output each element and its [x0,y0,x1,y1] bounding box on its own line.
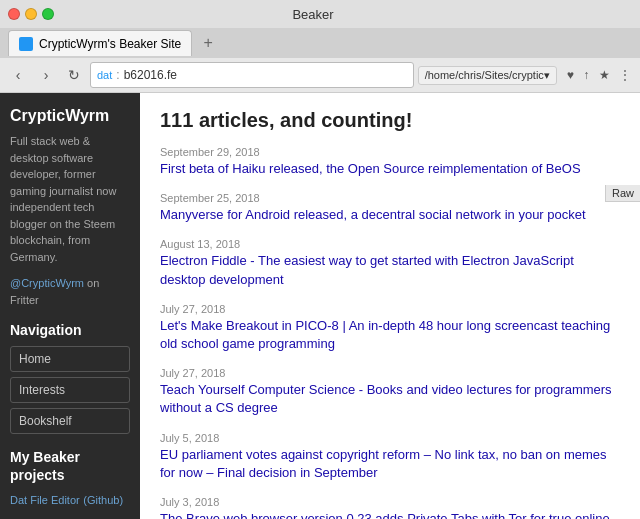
sidebar-item-home[interactable]: Home [10,346,130,372]
bookmark-path-text: /home/chris/Sites/cryptic▾ [425,69,550,82]
nav-bar: ‹ › ↻ dat : b62016.fe /home/chris/Sites/… [0,58,640,92]
nav-section-title: Navigation [10,322,130,338]
back-button[interactable]: ‹ [6,63,30,87]
title-bar-left [8,8,54,20]
url-host: b62016.fe [124,68,407,82]
article-1: September 25, 2018 Manyverse for Android… [160,192,620,224]
main-content: 111 articles, and counting! September 29… [140,93,640,519]
close-button[interactable] [8,8,20,20]
article-date-0: September 29, 2018 [160,146,620,158]
browser-chrome: Beaker CrypticWyrm's Beaker Site + ‹ › ↻… [0,0,640,93]
tab-bar: CrypticWyrm's Beaker Site + [0,28,640,58]
title-bar: Beaker [0,0,640,28]
article-6: July 3, 2018 The Brave web browser versi… [160,496,620,519]
fritter-handle[interactable]: @CrypticWyrm [10,277,84,289]
fritter-link[interactable]: @CrypticWyrm on Fritter [10,275,130,308]
article-date-1: September 25, 2018 [160,192,620,204]
article-date-6: July 3, 2018 [160,496,620,508]
article-date-4: July 27, 2018 [160,367,620,379]
url-protocol: dat [97,69,112,81]
browser-tab[interactable]: CrypticWyrm's Beaker Site [8,30,192,56]
sidebar-item-bookshelf[interactable]: Bookshelf [10,408,130,434]
project-github-link[interactable]: (Github) [83,494,123,506]
article-4: July 27, 2018 Teach Yourself Computer Sc… [160,367,620,417]
bookmark-path[interactable]: /home/chris/Sites/cryptic▾ [418,66,557,85]
window-controls [8,8,54,20]
forward-button[interactable]: › [34,63,58,87]
article-date-3: July 27, 2018 [160,303,620,315]
maximize-button[interactable] [42,8,54,20]
sidebar: CrypticWyrm Full stack web & desktop sof… [0,93,140,519]
projects-section-title: My Beaker projects [10,448,130,484]
article-link-3[interactable]: Let's Make Breakout in PICO-8 | An in-de… [160,318,610,351]
sidebar-item-interests-label: Interests [19,383,65,397]
raw-button[interactable]: Raw [605,185,640,202]
new-tab-button[interactable]: + [198,33,218,53]
article-link-1[interactable]: Manyverse for Android released, a decent… [160,207,586,222]
article-date-5: July 5, 2018 [160,432,620,444]
article-3: July 27, 2018 Let's Make Breakout in PIC… [160,303,620,353]
article-2: August 13, 2018 Electron Fiddle - The ea… [160,238,620,288]
url-bar[interactable]: dat : b62016.fe [90,62,414,88]
bookmark-actions: ♥ ↑ ★ ⋮ [567,68,634,82]
page-container: CrypticWyrm Full stack web & desktop sof… [0,93,640,519]
article-5: July 5, 2018 EU parliament votes against… [160,432,620,482]
author-name: CrypticWyrm [10,107,130,125]
bookmark-icons: ♥ ↑ ★ ⋮ [567,68,634,82]
article-link-4[interactable]: Teach Yourself Computer Science - Books … [160,382,612,415]
minimize-button[interactable] [25,8,37,20]
article-link-0[interactable]: First beta of Haiku released, the Open S… [160,161,581,176]
tab-title: CrypticWyrm's Beaker Site [39,37,181,51]
reload-button[interactable]: ↻ [62,63,86,87]
article-link-6[interactable]: The Brave web browser version 0.23 adds … [160,511,610,519]
sidebar-item-bookshelf-label: Bookshelf [19,414,72,428]
article-link-2[interactable]: Electron Fiddle - The easiest way to get… [160,253,574,286]
article-link-5[interactable]: EU parliament votes against copyright re… [160,447,607,480]
sidebar-item-interests[interactable]: Interests [10,377,130,403]
main-title: 111 articles, and counting! [160,109,620,132]
author-description: Full stack web & desktop software develo… [10,133,130,265]
tab-favicon [19,37,33,51]
article-0: September 29, 2018 First beta of Haiku r… [160,146,620,178]
project-link[interactable]: Dat File Editor [10,494,80,506]
window-title: Beaker [292,7,333,22]
sidebar-item-home-label: Home [19,352,51,366]
article-date-2: August 13, 2018 [160,238,620,250]
project-item: Dat File Editor (Github) [10,492,130,507]
